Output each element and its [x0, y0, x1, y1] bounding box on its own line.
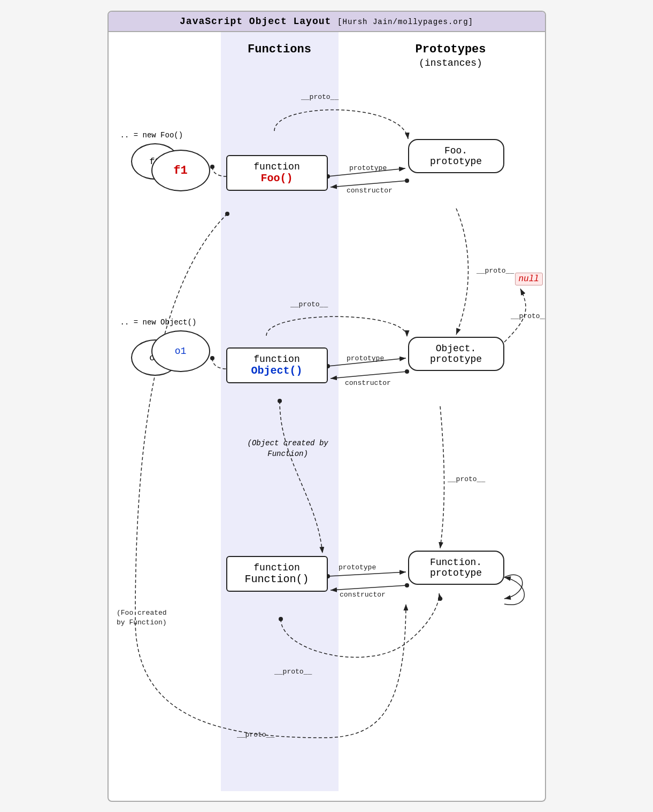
svg-point-26 [405, 583, 409, 587]
functions-header: Functions [221, 43, 339, 56]
function-object-box: function Object() [226, 347, 328, 383]
svg-point-8 [210, 165, 214, 169]
svg-text:constructor: constructor [340, 591, 386, 599]
f1-oval: f1 [151, 150, 210, 191]
title-bar: JavaScript Object Layout [Hursh Jain/mol… [109, 12, 545, 32]
svg-point-33 [438, 597, 442, 601]
attribution-text: [Hursh Jain/mollypages.org] [337, 18, 473, 26]
svg-text:__proto__: __proto__ [476, 267, 514, 275]
svg-line-15 [331, 372, 407, 378]
svg-text:__proto__: __proto__ [447, 475, 485, 483]
function-foo-box: function Foo() [226, 155, 328, 191]
diagram-container: JavaScript Object Layout [Hursh Jain/mol… [107, 11, 546, 802]
o1-oval: o1 [151, 330, 210, 372]
foo-instances-label: .. = new Foo() [120, 131, 183, 140]
function-function-box: function Function() [226, 556, 328, 592]
object-instances-label: .. = new Object() [120, 318, 197, 327]
function-prototype-box: Function. prototype [408, 551, 504, 585]
object-prototype-box: Object. prototype [408, 337, 504, 371]
foo-prototype-box: Foo. prototype [408, 139, 504, 173]
svg-line-4 [331, 181, 407, 187]
svg-text:constructor: constructor [345, 379, 391, 387]
svg-line-1 [328, 168, 405, 176]
svg-text:(Foo created: (Foo created [117, 609, 167, 617]
diagram-body: Functions Prototypes (instances) prototy… [109, 32, 545, 791]
svg-point-11 [210, 356, 214, 360]
svg-text:prototype: prototype [347, 354, 384, 362]
object-created-annotation: (Object created byFunction) [248, 438, 328, 459]
svg-line-12 [328, 358, 406, 366]
null-label: null [515, 273, 543, 285]
title-text: JavaScript Object Layout [180, 16, 331, 27]
svg-line-21 [328, 572, 406, 576]
svg-text:constructor: constructor [347, 187, 393, 195]
svg-text:prototype: prototype [349, 164, 387, 172]
svg-point-6 [405, 179, 409, 183]
functions-column-bg [221, 32, 339, 791]
prototypes-header: Prototypes (instances) [392, 43, 510, 69]
svg-point-17 [405, 369, 409, 374]
svg-line-24 [331, 585, 407, 590]
svg-text:prototype: prototype [339, 563, 376, 571]
svg-text:by Function): by Function) [117, 618, 167, 627]
svg-text:__proto__: __proto__ [510, 312, 545, 320]
